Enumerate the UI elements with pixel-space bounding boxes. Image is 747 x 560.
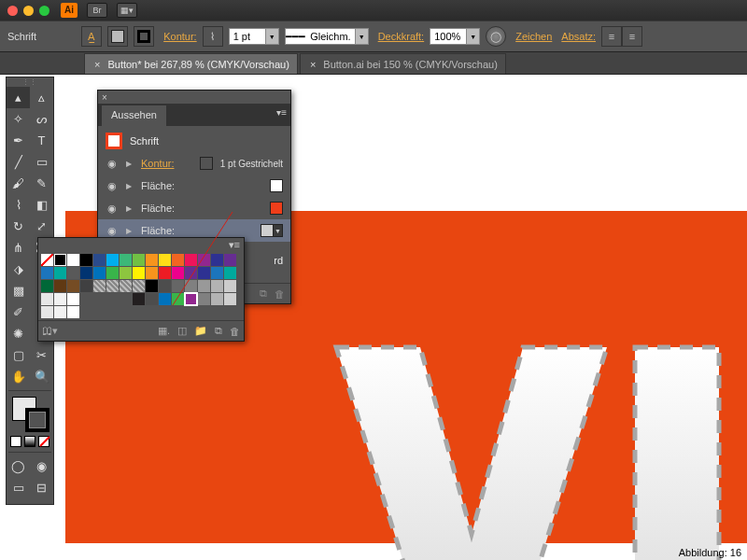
stroke-link-icon[interactable]: ⌇ — [203, 26, 223, 47]
fill-swatch[interactable] — [107, 26, 128, 47]
fill-stroke[interactable] — [7, 395, 53, 434]
close-icon[interactable]: × — [92, 59, 102, 70]
swatch-cell[interactable] — [159, 267, 171, 279]
swatch-cell[interactable] — [80, 254, 92, 266]
hand-tool[interactable]: ✋ — [7, 366, 30, 387]
pencil-tool[interactable]: ✎ — [30, 173, 53, 194]
type-tool[interactable]: T — [30, 130, 53, 151]
stroke-color[interactable] — [25, 408, 49, 432]
opacity-field[interactable]: 100%▼ — [430, 28, 480, 45]
brush-tool[interactable]: 🖌 — [7, 173, 30, 194]
close-dot[interactable] — [7, 6, 18, 16]
duplicate-icon[interactable]: ⧉ — [260, 287, 267, 300]
align-left-icon[interactable]: ≡ — [601, 26, 622, 47]
appearance-row-kontur[interactable]: ◉ ▶ Kontur: 1 pt Gestrichelt — [98, 152, 290, 175]
swatch-cell[interactable] — [54, 293, 66, 305]
swatch-cell[interactable] — [146, 254, 158, 266]
color-mode[interactable] — [10, 436, 21, 447]
swatch-cell[interactable] — [67, 306, 79, 318]
swatch-cell[interactable] — [120, 267, 132, 279]
doc-tab-active[interactable]: ×Button* bei 267,89 % (CMYK/Vorschau) — [84, 53, 298, 74]
shape-builder-tool[interactable]: ⬗ — [7, 259, 30, 280]
swatch-cell[interactable] — [198, 254, 210, 266]
swatch-cell[interactable] — [159, 254, 171, 266]
swatch-cell[interactable] — [67, 254, 79, 266]
swatch-cell[interactable] — [185, 254, 197, 266]
eyedropper-tool[interactable]: ✐ — [7, 301, 30, 323]
rotate-tool[interactable]: ↻ — [7, 216, 30, 237]
swatch-cell[interactable] — [54, 254, 66, 266]
none-mode[interactable] — [38, 436, 49, 447]
swatch-cell[interactable] — [133, 267, 145, 279]
appearance-row-fill-1[interactable]: ◉ ▶ Fläche: — [98, 175, 290, 197]
swatch-cell[interactable] — [106, 254, 119, 266]
swatch-cell[interactable] — [172, 280, 184, 292]
artboard-tool[interactable]: ▢ — [7, 344, 30, 366]
swatch-cell[interactable] — [185, 280, 197, 292]
swatch-cell[interactable] — [198, 267, 210, 279]
swatch-cell[interactable] — [67, 280, 79, 292]
eraser-tool[interactable]: ◧ — [30, 194, 53, 216]
direct-select-tool[interactable]: ▵ — [30, 87, 53, 108]
swatch-cell[interactable] — [133, 280, 145, 292]
swatch-cell[interactable] — [80, 267, 92, 279]
doc-tab-inactive[interactable]: ×Button.ai bei 150 % (CMYK/Vorschau) — [300, 53, 506, 74]
absatz-link[interactable]: Absatz: — [561, 31, 596, 42]
stroke-swatch[interactable] — [134, 26, 154, 47]
swatch-cell[interactable] — [120, 280, 132, 292]
swatch-cell[interactable] — [211, 293, 223, 305]
trash-icon[interactable]: 🗑 — [230, 326, 240, 337]
zoom-dot[interactable] — [39, 6, 49, 16]
swatch-cell[interactable] — [185, 267, 197, 279]
swatch-cell[interactable] — [80, 280, 92, 292]
magic-wand-tool[interactable]: ✧ — [7, 108, 30, 130]
show-kind-icon[interactable]: ▦. — [158, 325, 170, 337]
close-icon[interactable]: × — [102, 92, 107, 103]
screen-mode[interactable]: ▭ — [7, 477, 30, 498]
swatch-cell[interactable] — [54, 306, 66, 318]
gradient-mode[interactable] — [24, 436, 35, 447]
width-tool[interactable]: ⋔ — [7, 237, 30, 259]
swatch-cell[interactable] — [185, 293, 197, 305]
deckkraft-link[interactable]: Deckkraft: — [378, 31, 425, 42]
swatch-cell[interactable] — [41, 293, 53, 305]
align-center-icon[interactable]: ≡ — [622, 26, 642, 47]
swatch-cell[interactable] — [67, 267, 79, 279]
layout-button[interactable]: ▦▾ — [117, 3, 137, 18]
eye-icon[interactable]: ◉ — [106, 202, 119, 215]
swatch-cell[interactable] — [41, 254, 53, 266]
panel-menu-icon[interactable]: ▾≡ — [229, 239, 240, 251]
swatch-cell[interactable] — [133, 293, 145, 305]
scale-tool[interactable]: ⤢ — [30, 216, 53, 237]
recolor-icon[interactable]: ◯ — [486, 26, 506, 47]
swatch-cell[interactable] — [198, 280, 210, 292]
new-group-icon[interactable]: 📁 — [194, 325, 207, 337]
swatch-cell[interactable] — [41, 306, 53, 318]
swatch-cell[interactable] — [198, 293, 210, 305]
swatch-options-icon[interactable]: ◫ — [177, 325, 187, 337]
swatch-cell[interactable] — [146, 293, 158, 305]
swatch-cell[interactable] — [159, 293, 171, 305]
swatch-cell[interactable] — [41, 280, 53, 292]
zeichen-link[interactable]: Zeichen — [515, 31, 552, 42]
slice-tool[interactable]: ✂ — [30, 344, 53, 366]
swatch-cell[interactable] — [93, 267, 106, 279]
draw-normal[interactable]: ◯ — [7, 455, 30, 477]
char-color-icon[interactable]: A̲ — [81, 26, 102, 47]
pen-tool[interactable]: ✒ — [7, 130, 30, 151]
swatch-cell[interactable] — [54, 280, 66, 292]
eye-icon[interactable]: ◉ — [106, 224, 119, 237]
trash-icon[interactable]: 🗑 — [275, 288, 285, 300]
new-swatch-icon[interactable]: ⧉ — [215, 325, 222, 337]
swatch-cell[interactable] — [159, 280, 171, 292]
close-icon[interactable]: × — [308, 59, 317, 70]
appearance-row-fill-2[interactable]: ◉ ▶ Fläche: — [98, 197, 290, 219]
swatch-cell[interactable] — [67, 293, 79, 305]
swatch-cell[interactable] — [172, 267, 184, 279]
kontur-link[interactable]: Kontur: — [163, 31, 196, 42]
zoom-tool[interactable]: 🔍 — [30, 366, 53, 387]
minimize-dot[interactable] — [23, 6, 34, 16]
rectangle-tool[interactable]: ▭ — [30, 151, 53, 173]
swatch-cell[interactable] — [211, 280, 223, 292]
blob-tool[interactable]: ⌇ — [7, 194, 30, 216]
